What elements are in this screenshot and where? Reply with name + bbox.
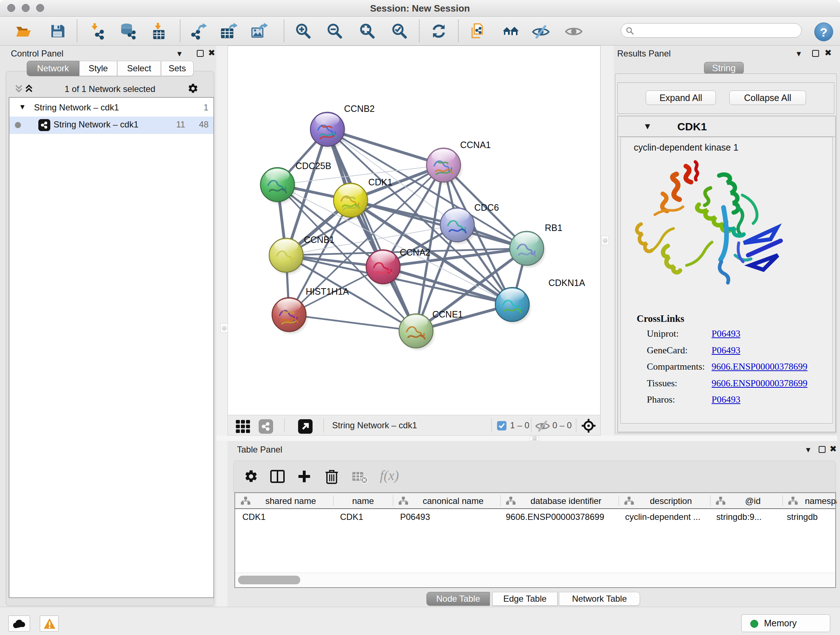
cloud-icon: [12, 619, 27, 629]
delete-table-icon[interactable]: [352, 470, 368, 484]
column-header-shared-name[interactable]: shared name: [235, 493, 333, 508]
clone-network-button[interactable]: [469, 22, 486, 40]
save-session-button[interactable]: [49, 22, 66, 40]
column-header-namespace[interactable]: namespace: [783, 493, 837, 508]
collapse-all-button[interactable]: Collapse All: [729, 90, 806, 105]
show-all-button[interactable]: [565, 26, 583, 38]
show-columns-icon[interactable]: [270, 469, 285, 484]
column-header--id[interactable]: @id: [710, 493, 783, 508]
string-badge-icon[interactable]: [259, 419, 273, 434]
network-edge[interactable]: [327, 129, 416, 331]
network-node-RB1[interactable]: RB1: [510, 223, 562, 269]
node-table[interactable]: shared namenamecanonical namedatabase id…: [234, 492, 836, 588]
network-node-CDKN1A[interactable]: CDKN1A: [495, 278, 585, 325]
table-settings-gear-icon[interactable]: [244, 469, 258, 484]
network-node-CCNB2[interactable]: CCNB2: [310, 103, 375, 150]
zoom-fit-button[interactable]: [358, 22, 376, 40]
help-button[interactable]: ?: [814, 22, 833, 41]
column-divider[interactable]: [333, 495, 333, 506]
zoom-out-button[interactable]: [326, 22, 343, 40]
open-file-button[interactable]: [15, 22, 32, 40]
collapse-triangle-icon[interactable]: ▼: [19, 103, 26, 111]
search-input[interactable]: [621, 23, 802, 38]
tab-node-table[interactable]: Node Table: [426, 592, 490, 606]
network-node-HIST1H1A[interactable]: HIST1H1A: [272, 287, 349, 335]
protein-section-header[interactable]: ▼ CDK1: [618, 116, 835, 137]
expand-all-button[interactable]: Expand All: [646, 90, 716, 105]
warnings-button[interactable]: [40, 616, 58, 632]
network-node-CCNE1[interactable]: CCNE1: [399, 309, 463, 352]
left-splitter-handle[interactable]: [220, 323, 228, 333]
column-header-database-identifier[interactable]: database identifier: [500, 493, 619, 508]
crosslink-link[interactable]: 9606.ENSP00000378699: [712, 378, 807, 389]
node-label-CDC6: CDC6: [474, 203, 499, 212]
tab-sets[interactable]: Sets: [161, 61, 194, 76]
results-panel-close-icon[interactable]: ✖: [824, 49, 832, 57]
zoom-in-button[interactable]: [294, 22, 312, 40]
tab-network-table[interactable]: Network Table: [559, 592, 640, 606]
network-options-gear-icon[interactable]: [187, 83, 199, 94]
right-splitter[interactable]: [601, 46, 614, 441]
control-panel-float-icon[interactable]: [197, 50, 204, 57]
birdseye-grid-icon[interactable]: [235, 418, 251, 434]
add-column-icon[interactable]: [297, 469, 311, 484]
scrollbar-thumb[interactable]: [238, 576, 300, 584]
results-panel-float-icon[interactable]: [812, 50, 819, 57]
hide-selected-button[interactable]: [532, 25, 549, 38]
table-panel-float-icon[interactable]: [819, 446, 826, 453]
export-image-button[interactable]: [250, 22, 268, 40]
crosslink-link[interactable]: P06493: [712, 345, 740, 356]
tab-network[interactable]: Network: [27, 61, 79, 76]
crosslink-link[interactable]: P06493: [712, 328, 740, 339]
open-in-new-window-icon[interactable]: [298, 419, 313, 434]
control-panel-close-icon[interactable]: ✖: [208, 49, 215, 57]
import-table-button[interactable]: [150, 22, 167, 40]
network-row-label: String Network – cdk1: [54, 119, 139, 130]
column-header-description[interactable]: description: [619, 493, 710, 508]
network-canvas[interactable]: CCNB2CCNA1CDC25BCDK1CDC6RB1CCNB1CCNA2CDK…: [227, 46, 600, 415]
table-cell: cyclin-dependent ...: [625, 512, 700, 522]
tab-string[interactable]: String: [704, 62, 744, 74]
delete-column-icon[interactable]: [325, 469, 339, 485]
table-panel-close-icon[interactable]: ✖: [829, 445, 837, 453]
column-divider[interactable]: [393, 495, 393, 506]
tab-edge-table[interactable]: Edge Table: [493, 592, 557, 606]
horizontal-splitter-handle[interactable]: [530, 436, 539, 440]
node-label-CCNB1: CCNB1: [304, 234, 335, 245]
selected-checkbox-icon[interactable]: [497, 421, 507, 431]
export-network-button[interactable]: [190, 22, 207, 40]
cloud-button[interactable]: [8, 616, 30, 632]
network-selection-bar: 1 of 1 Network selected: [6, 80, 214, 97]
table-panel-menu-icon[interactable]: ▾: [806, 445, 810, 454]
zoom-selected-button[interactable]: [391, 22, 408, 40]
control-panel-menu-icon[interactable]: ▾: [177, 49, 182, 58]
first-neighbors-button[interactable]: [502, 22, 519, 40]
crosslink-label: Compartments:: [647, 361, 705, 372]
network-collection-row[interactable]: ▼ String Network – cdk1 1: [9, 101, 213, 117]
crosslink-link[interactable]: 9606.ENSP00000378699: [712, 361, 807, 372]
network-row-selected[interactable]: String Network – cdk1 11 48: [9, 117, 213, 134]
import-network-database-button[interactable]: [119, 22, 136, 40]
table-cell: P06493: [400, 512, 430, 522]
column-divider[interactable]: [619, 495, 619, 506]
crosslink-link[interactable]: P06493: [712, 394, 740, 405]
import-network-file-button[interactable]: [89, 22, 107, 40]
results-panel-body: Expand All Collapse All ▼ CDK1 cyclin-de…: [615, 73, 837, 433]
network-node-CCNA1[interactable]: CCNA1: [426, 140, 491, 186]
right-splitter-handle[interactable]: [601, 236, 609, 245]
fit-content-crosshair-icon[interactable]: [581, 418, 596, 433]
tab-style[interactable]: Style: [79, 61, 117, 76]
memory-button[interactable]: Memory: [741, 614, 830, 632]
results-panel-menu-icon[interactable]: ▾: [797, 49, 801, 58]
column-header-name[interactable]: name: [333, 493, 393, 508]
export-table-button[interactable]: [220, 22, 237, 40]
column-divider[interactable]: [710, 495, 711, 506]
column-divider[interactable]: [500, 495, 501, 506]
column-header-canonical-name[interactable]: canonical name: [393, 493, 500, 508]
table-horizontal-scrollbar[interactable]: [235, 573, 835, 586]
network-node-CCNA2[interactable]: CCNA2: [366, 247, 431, 287]
function-builder-icon[interactable]: f(x): [380, 467, 399, 483]
network-tree: ▼ String Network – cdk1 1 String Network…: [9, 97, 214, 598]
tab-select[interactable]: Select: [117, 61, 161, 76]
refresh-button[interactable]: [430, 22, 447, 40]
